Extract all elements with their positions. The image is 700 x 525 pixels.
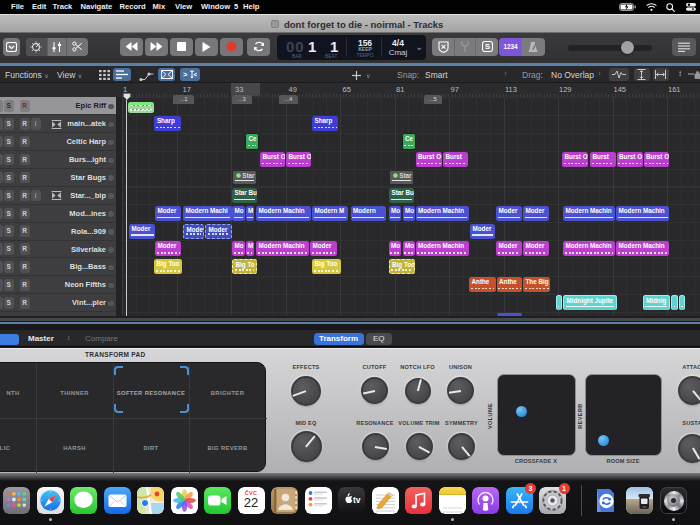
- svg-text:tv: tv: [353, 495, 361, 505]
- svg-text:aa: aa: [642, 505, 646, 509]
- svg-text:S: S: [485, 42, 490, 51]
- svg-text:<: <: [193, 70, 197, 79]
- svg-text:>: >: [183, 70, 188, 79]
